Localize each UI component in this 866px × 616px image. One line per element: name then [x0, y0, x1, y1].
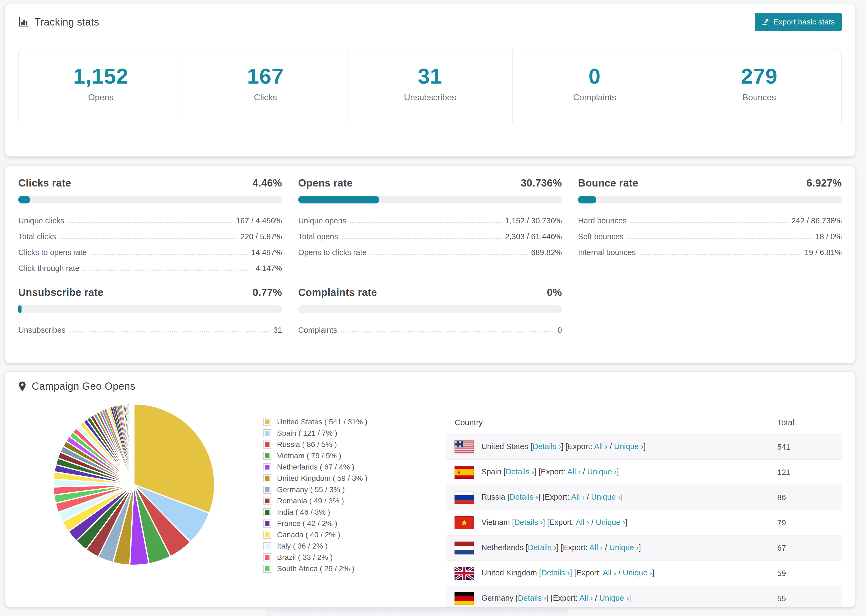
legend-item-india: India ( 46 / 3% ): [263, 507, 430, 518]
bracket: ]: [620, 493, 623, 501]
stat-value: 0: [513, 66, 677, 87]
legend-item-brazil: Brazil ( 33 / 2% ): [263, 552, 430, 563]
stat-value: 167: [183, 66, 348, 87]
rate-block-clicks-rate: Clicks rate4.46%Unique clicks167 / 4.456…: [18, 178, 282, 273]
export-label: ] [Export:: [546, 594, 579, 602]
dotted-leader: [60, 238, 237, 239]
export-unique-link[interactable]: Unique ›: [614, 442, 644, 451]
export-unique-link[interactable]: Unique ›: [609, 543, 639, 552]
rate-title: Complaints rate: [298, 287, 377, 298]
flag-es-icon: [455, 466, 474, 479]
map-pin-icon: [18, 381, 26, 392]
geo-table-row-germany: Germany [Details ›] [Export: All › / Uni…: [446, 586, 842, 607]
stat-value: 279: [677, 66, 841, 87]
stat-value: 1,152: [19, 66, 183, 87]
export-all-link[interactable]: All ›: [571, 493, 585, 501]
legend-swatch: [263, 463, 271, 471]
export-unique-link[interactable]: Unique ›: [596, 518, 625, 526]
legend-item-spain: Spain ( 121 / 7% ): [263, 427, 430, 439]
export-all-link[interactable]: All ›: [576, 518, 589, 526]
bracket: [: [512, 518, 514, 526]
rate-row-label: Unique opens: [298, 216, 346, 225]
legend-swatch: [263, 542, 271, 550]
legend-swatch: [263, 429, 271, 437]
tracking-stats-header: Tracking stats Export basic stats: [5, 4, 855, 39]
rate-head: Opens rate30.736%: [298, 178, 562, 189]
geo-opens-header: Campaign Geo Opens: [5, 372, 855, 400]
legend-item-italy: Italy ( 36 / 2% ): [263, 541, 430, 552]
geo-table-row-vietnam: Vietnam [Details ›] [Export: All › / Uni…: [446, 510, 842, 535]
country-name: United States: [482, 442, 531, 451]
export-button-label: Export basic stats: [773, 18, 835, 26]
legend-label: India ( 46 / 3% ): [277, 508, 330, 517]
geo-table-row-spain: Spain [Details ›] [Export: All › / Uniqu…: [446, 460, 842, 485]
country-cell: Vietnam [Details ›] [Export: All › / Uni…: [446, 510, 768, 535]
geo-opens-card: Campaign Geo Opens United States ( 541 /…: [5, 371, 855, 607]
rate-row-unique-opens: Unique opens1,152 / 30.736%: [298, 216, 562, 225]
details-link[interactable]: Details ›: [518, 594, 546, 602]
progress-bar-complaints-rate: [298, 305, 562, 313]
geo-pie-wrap: [18, 402, 251, 569]
rate-value: 4.46%: [252, 178, 282, 189]
export-all-link[interactable]: All ›: [567, 467, 581, 476]
export-all-link[interactable]: All ›: [589, 543, 603, 552]
export-unique-link[interactable]: Unique ›: [599, 594, 629, 602]
legend-swatch: [263, 553, 271, 561]
legend-label: Germany ( 55 / 3% ): [277, 486, 345, 494]
legend-item-united-kingdom: United Kingdom ( 59 / 3% ): [263, 473, 430, 484]
legend-label: France ( 42 / 2% ): [277, 519, 337, 528]
country-cell: Germany [Details ›] [Export: All › / Uni…: [446, 586, 768, 607]
export-all-link[interactable]: All ›: [594, 442, 608, 451]
country-total: 67: [768, 535, 842, 561]
rate-row-label: Opens to clicks rate: [298, 248, 367, 257]
geo-content: United States ( 541 / 31% )Spain ( 121 /…: [5, 400, 855, 607]
stat-unsubscribes: 31Unsubscribes: [348, 49, 512, 123]
rate-rows: Complaints0: [298, 326, 562, 335]
stat-complaints: 0Complaints: [512, 49, 677, 123]
country-cell: Russia [Details ›] [Export: All › / Uniq…: [446, 485, 768, 510]
stat-label: Unsubscribes: [348, 93, 512, 102]
stat-label: Opens: [19, 93, 183, 102]
rate-row-value: 31: [273, 326, 282, 335]
details-link[interactable]: Details ›: [505, 467, 534, 476]
details-link[interactable]: Details ›: [514, 518, 543, 526]
export-unique-link[interactable]: Unique ›: [623, 569, 652, 577]
separator: /: [603, 543, 609, 552]
legend-label: Canada ( 40 / 2% ): [277, 531, 340, 539]
rate-row-opens-to-clicks-rate: Opens to clicks rate689.82%: [298, 248, 562, 257]
export-all-link[interactable]: All ›: [603, 569, 616, 577]
dotted-leader: [370, 254, 527, 255]
geo-table-row-netherlands: Netherlands [Details ›] [Export: All › /…: [446, 535, 842, 561]
dotted-leader: [341, 332, 554, 332]
legend-item-netherlands: Netherlands ( 67 / 4% ): [263, 462, 430, 473]
details-link[interactable]: Details ›: [541, 569, 570, 577]
geo-opens-title: Campaign Geo Opens: [32, 380, 135, 392]
page-bottom-shadow: [267, 609, 568, 616]
column-header-total: Total: [768, 411, 842, 434]
country-name: United Kingdom: [482, 569, 539, 577]
bracket: [: [507, 493, 510, 501]
stat-clicks: 167Clicks: [183, 49, 348, 123]
bracket: ]: [644, 442, 646, 451]
details-link[interactable]: Details ›: [532, 442, 561, 451]
details-link[interactable]: Details ›: [528, 543, 556, 552]
geo-table-row-united-states: United States [Details ›] [Export: All ›…: [446, 434, 842, 460]
export-all-link[interactable]: All ›: [579, 594, 593, 602]
bracket: ]: [617, 467, 619, 476]
legend-item-vietnam: Vietnam ( 79 / 5% ): [263, 450, 430, 462]
rate-rows: Unique opens1,152 / 30.736%Total opens2,…: [298, 216, 562, 257]
details-link[interactable]: Details ›: [510, 493, 538, 501]
legend-swatch: [263, 486, 271, 494]
separator: /: [593, 594, 599, 602]
rate-row-value: 220 / 5.87%: [241, 232, 282, 241]
country-total: 59: [768, 561, 842, 586]
legend-swatch: [263, 440, 271, 449]
export-basic-stats-button[interactable]: Export basic stats: [755, 13, 842, 31]
export-unique-link[interactable]: Unique ›: [587, 467, 617, 476]
country-total: 541: [768, 434, 842, 460]
bracket: ]: [629, 594, 631, 602]
rate-row-label: Unsubscribes: [18, 326, 66, 335]
rate-row-value: 0: [557, 326, 562, 335]
export-unique-link[interactable]: Unique ›: [591, 493, 621, 501]
legend-label: Vietnam ( 79 / 5% ): [277, 451, 341, 460]
